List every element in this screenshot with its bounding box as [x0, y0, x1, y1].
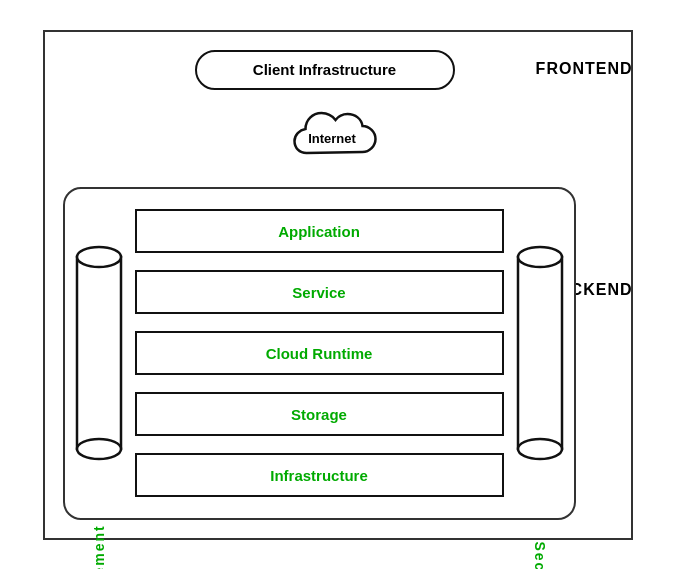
svg-rect-3 — [518, 257, 562, 449]
security-cylinder: Security — [514, 243, 566, 463]
client-infra-label: Client Infrastructure — [253, 61, 396, 78]
outer-box: FRONTEND BACKEND Client Infrastructure I… — [43, 30, 633, 540]
layer-cloud-runtime: Cloud Runtime — [135, 331, 504, 375]
management-cylinder: Management — [73, 243, 125, 463]
svg-point-5 — [518, 439, 562, 459]
layer-boxes-container: Application Service Cloud Runtime Storag… — [135, 201, 504, 506]
layer-storage: Storage — [135, 392, 504, 436]
frontend-label: FRONTEND — [536, 60, 633, 78]
internet-cloud: Internet — [277, 104, 387, 174]
svg-point-4 — [518, 247, 562, 267]
security-label-container: Security — [514, 467, 566, 569]
management-label: Management — [91, 524, 107, 569]
layer-infrastructure: Infrastructure — [135, 453, 504, 497]
security-label: Security — [532, 541, 548, 569]
backend-box: Management Security Application Service — [63, 187, 576, 520]
layer-service: Service — [135, 270, 504, 314]
management-label-container: Management — [73, 467, 125, 569]
client-infrastructure-box: Client Infrastructure — [195, 50, 455, 90]
svg-rect-0 — [77, 257, 121, 449]
internet-label: Internet — [308, 131, 356, 146]
layer-application: Application — [135, 209, 504, 253]
svg-point-2 — [77, 439, 121, 459]
svg-point-1 — [77, 247, 121, 267]
